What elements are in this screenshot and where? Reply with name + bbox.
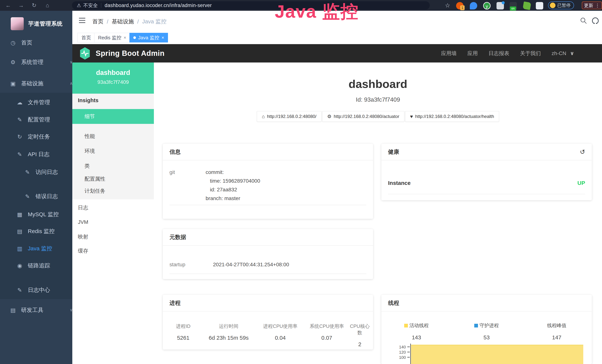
log-icon: ✎	[23, 169, 32, 175]
github-icon[interactable]	[591, 17, 600, 25]
legend-label: 线程峰值	[547, 322, 566, 329]
toolbox-icon: ▤	[8, 307, 18, 313]
sba-menu-item-label: 类	[85, 162, 90, 170]
forward-icon[interactable]: →	[17, 2, 25, 9]
extension-icon-leaf[interactable]	[523, 1, 531, 10]
sidebar-item-log-center[interactable]: ✎ 日志中心	[0, 283, 72, 297]
sba-brand-title[interactable]: Spring Boot Admin	[96, 49, 164, 57]
sba-menu-item-scheduled-tasks[interactable]: 计划任务	[72, 185, 154, 197]
sba-menu-item-metrics[interactable]: 性能	[72, 131, 154, 142]
warning-icon: ⚠	[77, 3, 81, 8]
bookmark-star-icon[interactable]: ☆	[443, 2, 452, 9]
paused-badge[interactable]: 已暂停	[548, 1, 574, 9]
search-icon[interactable]	[580, 17, 587, 24]
extension-icon-puzzle[interactable]	[536, 2, 543, 10]
actuator-url-button[interactable]: ⚙ http://192.168.0.2:48080/actuator	[322, 111, 404, 122]
sba-menu-item-logs[interactable]: 日志	[72, 202, 154, 213]
tags-view: 首页 Redis 监控 × Java 监控 ×	[72, 31, 602, 44]
annotation-text: Java 监控	[275, 0, 359, 23]
extension-icon-orange[interactable]: 1	[456, 2, 463, 10]
threads-card: 线程 活动线程 143 守护进程 53 线程峰值 147 140 120 100	[381, 295, 592, 364]
tab-label: Redis 监控	[98, 34, 121, 41]
sba-menu-item-environment[interactable]: 环境	[72, 146, 154, 157]
health-card: 健康 ↺ Instance UP	[381, 144, 592, 200]
sba-menu-item-details[interactable]: 细节	[72, 109, 154, 124]
url-bar[interactable]: ⚠ 不安全 dashboard.yudao.iocoder.cn/infra/a…	[72, 1, 430, 10]
sidebar-item-home[interactable]: ◷ 首页	[0, 36, 72, 50]
hamburger-icon[interactable]	[79, 18, 86, 23]
sidebar-item-label: 链路追踪	[28, 262, 50, 269]
sidebar-item-mysql[interactable]: ▦ MySQL 监控	[0, 207, 72, 221]
y-axis-tick-label: 120	[394, 350, 406, 355]
dashboard-icon: ◷	[8, 40, 18, 46]
sba-menu-item-classes[interactable]: 类	[72, 161, 154, 171]
close-icon[interactable]: ×	[161, 35, 164, 40]
sba-nav-wallboard[interactable]: 应用墙	[441, 50, 457, 57]
home-icon[interactable]: ⌂	[43, 2, 52, 9]
sidebar-item-trace[interactable]: ◉ 链路追踪	[0, 258, 72, 273]
sba-nav-language[interactable]: zh-CN	[552, 50, 566, 56]
sidebar-item-api-log[interactable]: ✎ API 日志 ∧	[0, 147, 72, 161]
sidebar-item-redis[interactable]: ▤ Redis 监控	[0, 224, 72, 238]
sidebar-item-access-log[interactable]: ✎ 访问日志	[0, 165, 72, 179]
instance-id-subtitle: Id: 93a3fc7f7409	[154, 96, 602, 103]
sidebar-item-config[interactable]: ✎ 配置管理	[0, 113, 72, 127]
app-title: 芋道管理系统	[28, 20, 63, 28]
tab-home[interactable]: 首页	[77, 33, 95, 43]
sidebar-item-label: API 日志	[28, 150, 50, 158]
back-icon[interactable]: ←	[4, 2, 12, 9]
sidebar-item-system[interactable]: ⚙ 系统管理 ∨	[0, 55, 72, 69]
health-url-button[interactable]: ♥ http://192.168.0.2:48080/actuator/heal…	[405, 111, 499, 122]
url-text: dashboard.yudao.iocoder.cn/infra/admin-s…	[105, 3, 212, 8]
sba-menu-item-mappings[interactable]: 映射	[72, 231, 154, 242]
app-logo[interactable]: 芋道管理系统	[0, 14, 72, 33]
sba-instance-header[interactable]: dashboard 93a3fc7f7409	[72, 63, 154, 94]
sba-menu-item-label: 细节	[85, 113, 95, 120]
browser-menu-icon[interactable]: ⋮	[595, 3, 600, 8]
sba-menu-item-jvm[interactable]: JVM	[72, 217, 154, 228]
breadcrumb-home[interactable]: 首页	[92, 18, 103, 25]
sba-header: Spring Boot Admin 应用墙 应用 日志报表 关于我们 zh-CN…	[72, 44, 602, 63]
sba-menu-item-label: JVM	[78, 219, 88, 225]
tab-redis-monitor[interactable]: Redis 监控 ×	[94, 33, 130, 43]
info-row-label: git	[170, 168, 206, 203]
chevron-down-icon: ∨	[70, 60, 72, 64]
chevron-down-icon[interactable]: ∨	[570, 50, 574, 56]
sidebar-item-label: MySQL 监控	[28, 211, 59, 218]
health-row-instance[interactable]: Instance UP	[388, 180, 585, 194]
reload-icon[interactable]: ↻	[30, 2, 38, 9]
column-header: 进程CPU使用率	[256, 323, 305, 330]
close-icon[interactable]: ×	[124, 35, 126, 40]
wrench-icon: ⚙	[327, 114, 332, 119]
sidebar-item-devtools[interactable]: ▤ 研发工具 ∨	[0, 303, 72, 317]
sidebar-item-files[interactable]: ☁ 文件管理	[0, 95, 72, 109]
extension-icon-grid[interactable]	[496, 2, 504, 10]
sba-nav-journal[interactable]: 日志报表	[489, 50, 509, 57]
sidebar-item-label: 首页	[21, 39, 32, 47]
update-button[interactable]: 更新 ⋮	[582, 1, 602, 9]
eye-icon: ◉	[15, 262, 24, 269]
sidebar-item-java-monitor[interactable]: ▥ Java 监控	[0, 241, 72, 256]
extension-icon-pin[interactable]	[470, 2, 477, 10]
live-threads-area	[411, 345, 583, 364]
sidebar-item-error-log[interactable]: ✎ 错误日志	[0, 189, 72, 203]
tab-java-monitor[interactable]: Java 监控 ×	[129, 33, 168, 43]
extension-icon-switch[interactable]: on	[509, 2, 517, 10]
instance-links: ⌂ http://192.168.0.2:48080/ ⚙ http://192…	[154, 111, 602, 122]
sidebar-item-cron[interactable]: ↻ 定时任务	[0, 130, 72, 144]
sidebar-item-label: 访问日志	[36, 168, 58, 176]
sidebar-item-infra[interactable]: ▣ 基础设施 ∧	[0, 76, 72, 90]
sba-nav-about[interactable]: 关于我们	[520, 50, 541, 57]
extension-icon-y[interactable]: y	[483, 2, 491, 10]
column-header: 系统CPU使用率	[305, 323, 349, 330]
breadcrumb-infra[interactable]: 基础设施	[112, 18, 134, 25]
sba-menu-item-caches[interactable]: 缓存	[72, 245, 154, 257]
timer-icon: ↻	[15, 134, 24, 140]
sba-instance-id: 93a3fc7f7409	[72, 79, 154, 85]
sba-sidebar: dashboard 93a3fc7f7409 Insights 细节 性能 环境…	[72, 63, 154, 364]
sidebar-item-label: Redis 监控	[28, 227, 55, 235]
service-url-button[interactable]: ⌂ http://192.168.0.2:48080/	[257, 111, 322, 122]
history-icon[interactable]: ↺	[580, 148, 585, 156]
sba-menu-item-configprops[interactable]: 配置属性	[72, 173, 154, 184]
sba-nav-applications[interactable]: 应用	[467, 50, 478, 57]
